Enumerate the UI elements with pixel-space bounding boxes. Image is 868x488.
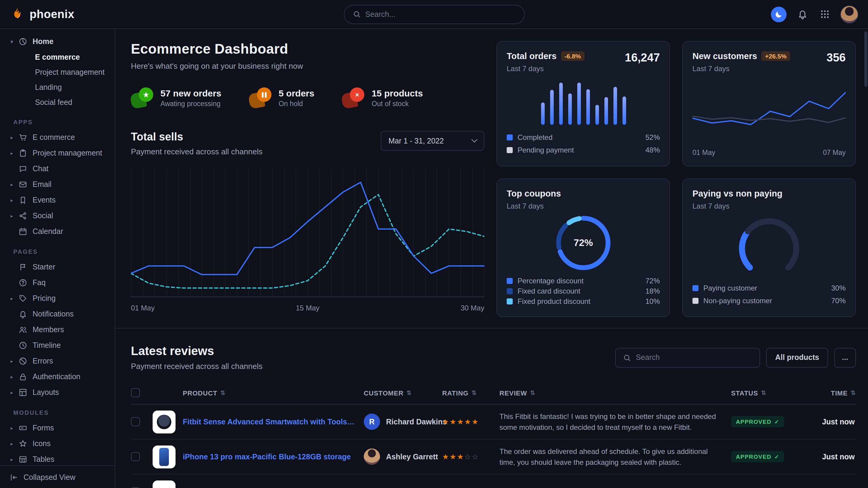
rating-stars: ★★★☆☆ (442, 452, 499, 461)
bookmark-icon (19, 196, 27, 204)
reviews-table: PRODUCT⇅ CUSTOMER⇅ RATING⇅ REVIEW⇅ STATU… (131, 382, 856, 488)
column-header-time[interactable]: TIME⇅ (806, 389, 856, 396)
x-tick: 07 May (823, 149, 846, 156)
legend-swatch (507, 147, 513, 153)
sidebar-item-authentication[interactable]: ▸ Authentication (5, 369, 110, 385)
date-range-select[interactable]: Mar 1 - 31, 2022 (381, 131, 484, 151)
sidebar-item-forms[interactable]: ▸ Forms (5, 420, 110, 436)
sidebar-item-faq[interactable]: Faq (5, 275, 110, 291)
sidebar-section-modules: MODULES (13, 409, 106, 416)
review-time: Just now (806, 452, 856, 461)
sidebar-item-project-management-dashboard[interactable]: Project management (5, 65, 110, 79)
apps-menu-button[interactable] (818, 7, 831, 21)
x-icon: × (350, 88, 364, 102)
notifications-button[interactable] (796, 7, 809, 21)
kpi-cards: Total orders-6.8% Last 7 days 16,247 Com… (496, 41, 856, 317)
trend-badge: +26.5% (761, 51, 790, 61)
dark-mode-toggle[interactable] (771, 6, 786, 22)
customer-avatar[interactable]: R (364, 414, 380, 430)
sidebar-item-home[interactable]: ▾ Home (5, 34, 110, 50)
sidebar-item-email[interactable]: ▸ Email (5, 176, 110, 192)
sidebar-item-events[interactable]: ▸ Events (5, 192, 110, 208)
customer-avatar[interactable] (364, 449, 380, 465)
users-icon (19, 326, 27, 334)
sidebar-item-tables[interactable]: ▸ Tables (5, 452, 110, 465)
sidebar-item-errors[interactable]: ▸ Errors (5, 353, 110, 369)
user-avatar[interactable] (840, 5, 858, 23)
sidebar-item-pricing[interactable]: ▸ Pricing (5, 291, 110, 306)
cart-icon (19, 133, 27, 142)
sidebar-item-calendar[interactable]: Calendar (5, 224, 110, 239)
reviews-search[interactable] (615, 348, 760, 367)
customer-name: Richard Dawkins (386, 418, 447, 426)
sidebar-item-ecommerce-app[interactable]: ▸ E commerce (5, 130, 110, 145)
question-icon (19, 279, 27, 287)
sort-icon: ⇅ (472, 389, 477, 396)
layout-icon (19, 388, 27, 397)
sidebar-item-project-management-app[interactable]: ▸ Project management (5, 145, 110, 161)
total-sells-subtitle: Payment received across all channels (131, 147, 262, 156)
page-scrollbar[interactable] (864, 31, 867, 87)
column-header-review[interactable]: REVIEW⇅ (499, 389, 731, 396)
column-header-customer[interactable]: CUSTOMER⇅ (364, 389, 442, 396)
lock-icon (19, 372, 27, 381)
sidebar-item-layouts[interactable]: ▸ Layouts (5, 385, 110, 400)
global-search[interactable] (343, 4, 525, 24)
paying-vs-non-paying-card: Paying vs non paying Last 7 days Paying … (682, 178, 856, 317)
product-link[interactable]: iPhone 13 pro max-Pacific Blue-128GB sto… (183, 452, 364, 461)
sort-icon: ⇅ (220, 389, 226, 396)
reviews-search-input[interactable] (636, 353, 752, 362)
row-checkbox[interactable] (131, 417, 140, 426)
top-coupons-card: Top coupons Last 7 days 72% Percentage d… (496, 178, 670, 317)
sidebar-section-pages: PAGES (13, 248, 106, 255)
sidebar-item-timeline[interactable]: Timeline (5, 337, 110, 353)
x-tick: 01 May (131, 304, 155, 312)
table-row: Fitbit Sense Advanced Smartwatch with To… (131, 404, 856, 440)
chevron-down-icon (471, 136, 477, 142)
row-checkbox[interactable] (131, 452, 140, 461)
clipboard-icon (19, 149, 27, 157)
pause-icon (257, 88, 272, 102)
caret-right-icon: ▸ (8, 441, 15, 446)
quick-stats: ★ 57 new orders Awating processing (131, 88, 484, 108)
total-orders-card: Total orders-6.8% Last 7 days 16,247 Com… (496, 41, 670, 166)
caret-right-icon: ▸ (8, 135, 15, 140)
stat-new-orders: ★ 57 new orders Awating processing (131, 88, 221, 108)
global-search-input[interactable] (365, 10, 516, 19)
out-of-stock-icon: × (342, 88, 364, 108)
sort-icon: ⇅ (407, 389, 412, 396)
sidebar-item-chat[interactable]: Chat (5, 161, 110, 176)
product-image[interactable] (153, 445, 176, 468)
review-time: Just now (806, 418, 856, 426)
page-subtitle: Here's what's going on at your business … (131, 62, 484, 70)
more-actions-button[interactable]: ... (834, 348, 856, 367)
caret-right-icon: ▸ (8, 296, 15, 301)
product-link[interactable]: Fitbit Sense Advanced Smartwatch with To… (183, 418, 364, 426)
brand[interactable]: phoenix (10, 7, 118, 22)
trend-badge: -6.8% (561, 51, 585, 61)
sidebar-item-social[interactable]: ▸ Social (5, 208, 110, 224)
column-header-product[interactable]: PRODUCT⇅ (183, 389, 364, 396)
sidebar-item-starter[interactable]: Starter (5, 259, 110, 275)
column-header-rating[interactable]: RATING⇅ (442, 389, 499, 396)
new-customers-card: New customers+26.5% Last 7 days 356 01 M… (682, 41, 856, 166)
sidebar: ▾ Home E commerce Project management Lan… (0, 29, 115, 488)
collapsed-view-toggle[interactable]: Collapsed View (0, 465, 115, 488)
sidebar-item-notifications[interactable]: Notifications (5, 306, 110, 322)
top-coupons-donut-chart: 72% (507, 213, 660, 273)
product-image[interactable] (153, 480, 176, 488)
legend-swatch (507, 278, 513, 284)
column-header-status[interactable]: STATUS⇅ (731, 389, 806, 396)
dashboard-overview: Ecommerce Dashboard Here's what's going … (115, 29, 868, 329)
sidebar-item-ecommerce-dashboard[interactable]: E commerce (5, 50, 110, 65)
ban-icon (19, 357, 27, 365)
caret-right-icon: ▸ (8, 358, 15, 364)
sidebar-item-landing[interactable]: Landing (5, 79, 110, 95)
all-products-filter-button[interactable]: All products (766, 348, 828, 367)
phoenix-dashboard-app: phoenix ▾ Home E commerce Project manage… (0, 0, 868, 488)
product-image[interactable] (153, 410, 176, 433)
select-all-checkbox[interactable] (131, 388, 140, 397)
sidebar-item-social-feed[interactable]: Social feed (5, 95, 110, 110)
sidebar-item-icons[interactable]: ▸ Icons (5, 436, 110, 452)
sidebar-item-members[interactable]: Members (5, 322, 110, 337)
